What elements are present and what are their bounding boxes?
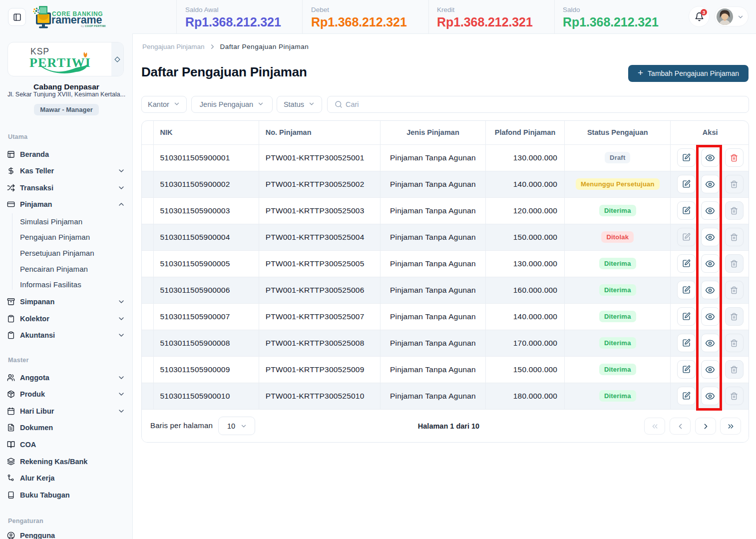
- svg-text:by: by: [81, 24, 84, 27]
- svg-text:KSP: KSP: [30, 46, 49, 56]
- svg-text:COOP PERTIWI: COOP PERTIWI: [85, 24, 106, 27]
